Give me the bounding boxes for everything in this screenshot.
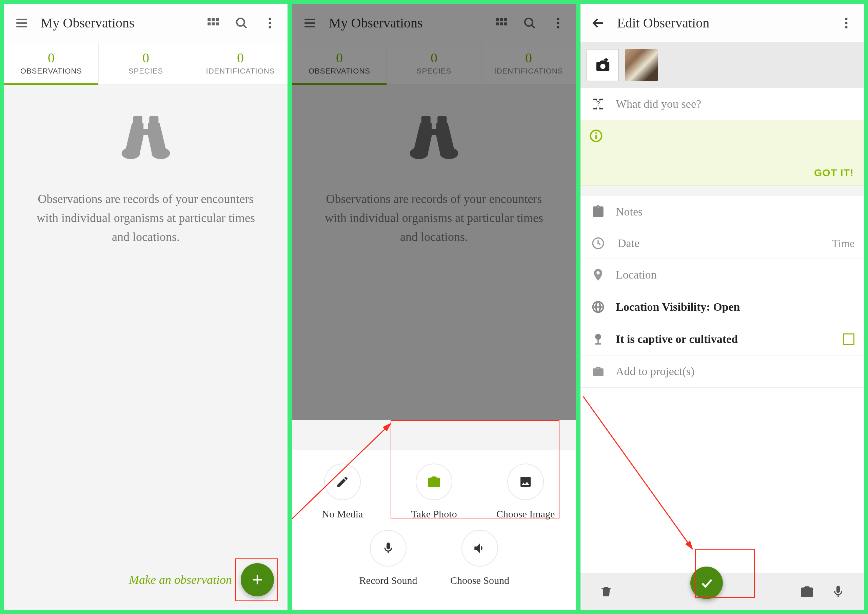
svg-point-9: [237, 18, 244, 26]
svg-rect-14: [133, 116, 143, 124]
svg-rect-46: [604, 59, 608, 60]
svg-point-44: [845, 26, 848, 28]
row-location[interactable]: Location: [581, 259, 864, 291]
pencil-icon: [336, 475, 349, 488]
binoculars-icon: [117, 112, 175, 166]
svg-point-17: [122, 148, 140, 159]
delete-button[interactable]: [597, 582, 616, 601]
action-sheet: No Media Take Photo Choose Image Record …: [292, 450, 576, 610]
stat-label: IDENTIFICATIONS: [206, 67, 275, 76]
more-icon[interactable]: [260, 14, 279, 33]
clipboard-icon: [590, 205, 606, 219]
topbar: Edit Observation: [581, 4, 864, 42]
sheet-choose-sound[interactable]: Choose Sound: [446, 530, 514, 586]
confirm-fab[interactable]: [690, 567, 723, 599]
briefcase-icon: [590, 364, 606, 378]
svg-rect-16: [143, 129, 149, 135]
photo-strip: [581, 42, 864, 88]
svg-rect-53: [598, 339, 599, 344]
stat-label: OBSERVATIONS: [20, 67, 82, 76]
captive-checkbox[interactable]: [843, 333, 854, 345]
species-unknown-icon: ?: [590, 97, 606, 111]
edit-form: ? What did you see? GOT IT! Notes Date T…: [581, 88, 864, 610]
tab-observations[interactable]: 0 OBSERVATIONS: [4, 42, 99, 84]
row-projects[interactable]: Add to project(s): [581, 355, 864, 388]
camera-button[interactable]: [798, 582, 817, 601]
mic-button[interactable]: [829, 582, 848, 601]
time-label: Time: [832, 237, 854, 250]
stat-count: 0: [48, 51, 54, 65]
hint-banner: GOT IT!: [581, 120, 864, 186]
sheet-choose-image[interactable]: Choose Image: [492, 464, 559, 520]
page-title: Edit Observation: [617, 15, 827, 31]
row-label: Notes: [616, 205, 854, 218]
svg-point-42: [845, 18, 848, 20]
screen-add-sheet: My Observations 0OBSERVATIONS 0SPECIES 0…: [292, 4, 576, 610]
sheet-take-photo[interactable]: Take Photo: [400, 464, 468, 520]
empty-state: Observations are records of your encount…: [4, 85, 287, 610]
row-date-time[interactable]: Date Time: [581, 228, 864, 259]
svg-rect-15: [149, 116, 158, 124]
tab-identifications[interactable]: 0 IDENTIFICATIONS: [193, 42, 287, 84]
svg-text:?: ?: [596, 100, 600, 107]
bottom-bar: [581, 573, 864, 610]
add-observation-fab[interactable]: [241, 563, 274, 596]
more-icon[interactable]: [837, 14, 856, 33]
row-label: Add to project(s): [616, 365, 854, 378]
make-observation-label: Make an observation: [129, 573, 232, 587]
search-icon[interactable]: [232, 14, 251, 33]
svg-rect-3: [208, 18, 211, 21]
topbar: My Observations: [4, 4, 287, 42]
tab-species[interactable]: 0 SPECIES: [99, 42, 193, 84]
back-icon[interactable]: [589, 14, 607, 33]
add-photo-button[interactable]: [587, 49, 619, 81]
svg-point-18: [152, 148, 170, 159]
svg-point-43: [845, 22, 848, 24]
globe-icon: [590, 300, 606, 314]
row-label: Location Visibility: Open: [616, 301, 854, 313]
svg-rect-4: [212, 18, 215, 21]
fab-row: Make an observation: [4, 563, 287, 596]
sheet-no-media[interactable]: No Media: [309, 464, 376, 520]
plus-icon: [251, 573, 264, 586]
page-title: My Observations: [41, 15, 194, 31]
stats-tabs: 0 OBSERVATIONS 0 SPECIES 0 IDENTIFICATIO…: [4, 42, 287, 85]
image-icon: [519, 475, 532, 488]
svg-rect-8: [216, 22, 219, 25]
svg-point-13: [269, 26, 271, 28]
svg-point-12: [269, 22, 271, 24]
modal-scrim[interactable]: [292, 4, 576, 420]
microphone-icon: [382, 541, 395, 555]
clock-icon: [590, 236, 606, 250]
stat-label: SPECIES: [129, 67, 163, 76]
check-icon: [699, 575, 714, 590]
date-label: Date: [618, 237, 823, 250]
sheet-record-sound[interactable]: Record Sound: [354, 530, 422, 586]
svg-point-50: [595, 132, 597, 134]
svg-point-11: [269, 18, 271, 20]
stat-count: 0: [143, 51, 149, 65]
screen-edit-observation: Edit Observation ? What did you see? GOT…: [581, 4, 864, 610]
row-label: What did you see?: [616, 98, 854, 110]
row-label: It is captive or cultivated: [616, 333, 834, 346]
row-visibility[interactable]: Location Visibility: Open: [581, 291, 864, 323]
svg-rect-5: [216, 18, 219, 21]
info-icon: [589, 129, 604, 146]
empty-message: Observations are records of your encount…: [30, 190, 262, 247]
row-label: Location: [616, 268, 854, 281]
row-captive[interactable]: It is captive or cultivated: [581, 323, 864, 355]
photo-thumbnail[interactable]: [625, 49, 658, 81]
svg-rect-6: [208, 22, 211, 25]
row-what-did-you-see[interactable]: ? What did you see?: [581, 88, 864, 120]
camera-icon: [427, 475, 441, 489]
grid-icon[interactable]: [203, 14, 222, 33]
svg-rect-7: [212, 22, 215, 25]
stat-count: 0: [237, 51, 244, 65]
screen-my-observations: My Observations 0 OBSERVATIONS 0 SPECIES…: [4, 4, 287, 610]
svg-point-52: [595, 334, 601, 340]
hamburger-icon[interactable]: [12, 14, 31, 33]
svg-line-10: [244, 25, 247, 28]
got-it-button[interactable]: GOT IT!: [814, 167, 854, 178]
svg-rect-54: [595, 343, 601, 344]
row-notes[interactable]: Notes: [581, 196, 864, 228]
